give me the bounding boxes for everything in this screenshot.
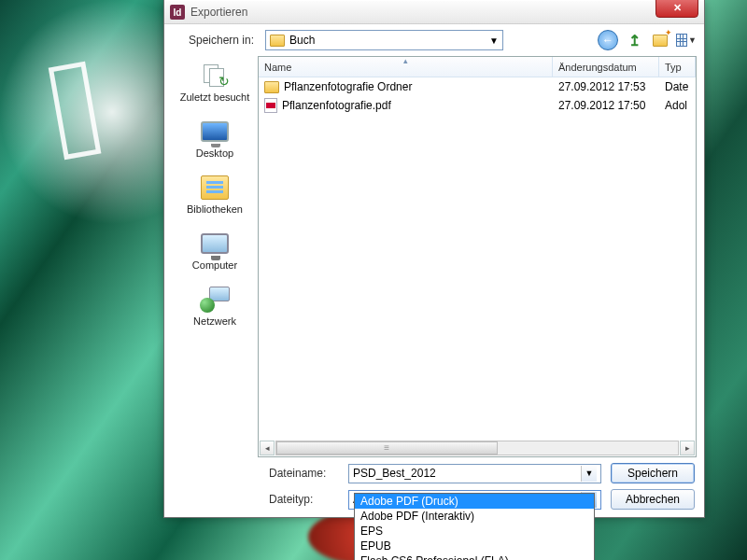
folder-icon bbox=[270, 35, 285, 47]
file-list: Pflanzenfotografie Ordner27.09.2012 17:5… bbox=[259, 77, 696, 440]
titlebar: Id Exportieren bbox=[164, 0, 704, 24]
place-label: Netzwerk bbox=[193, 315, 236, 327]
horizontal-scrollbar[interactable]: ◂ ▸ bbox=[259, 440, 696, 456]
file-row[interactable]: Pflanzenfotografie.pdf27.09.2012 17:50Ad… bbox=[259, 96, 696, 115]
close-button[interactable] bbox=[655, 0, 698, 18]
place-libraries[interactable]: Bibliotheken bbox=[187, 174, 243, 215]
new-folder-button[interactable] bbox=[650, 30, 670, 50]
file-type: Adol bbox=[659, 99, 696, 112]
scroll-left-button[interactable]: ◂ bbox=[260, 441, 275, 455]
filetype-option[interactable]: EPUB bbox=[355, 539, 594, 553]
place-label: Bibliotheken bbox=[187, 203, 243, 215]
file-name: Pflanzenfotografie Ordner bbox=[284, 80, 412, 93]
save-button[interactable]: Speichern bbox=[611, 463, 695, 483]
save-in-value: Buch bbox=[289, 34, 315, 47]
file-name: Pflanzenfotografie.pdf bbox=[282, 99, 391, 112]
scroll-right-button[interactable]: ▸ bbox=[680, 441, 695, 455]
file-date: 27.09.2012 17:53 bbox=[553, 80, 659, 93]
recent-places-icon: ↻ bbox=[200, 63, 230, 89]
window-title: Exportieren bbox=[190, 6, 247, 19]
network-icon bbox=[200, 287, 230, 313]
place-label: Zuletzt besucht bbox=[180, 91, 250, 103]
pdf-file-icon bbox=[264, 98, 277, 113]
scrollbar-track[interactable] bbox=[275, 441, 679, 455]
filetype-dropdown-list: Adobe PDF (Druck)Adobe PDF (Interaktiv)E… bbox=[354, 493, 595, 560]
place-computer[interactable]: Computer bbox=[192, 230, 237, 271]
place-label: Desktop bbox=[196, 147, 233, 159]
filetype-option[interactable]: Adobe PDF (Druck) bbox=[355, 494, 594, 509]
folder-icon bbox=[264, 81, 279, 93]
column-header-label: Name bbox=[264, 62, 291, 73]
filename-combobox[interactable]: PSD_Best_2012 ▼ bbox=[348, 464, 601, 483]
places-sidebar: ↻ Zuletzt besucht Desktop Bibliotheken C… bbox=[172, 56, 258, 457]
file-date: 27.09.2012 17:50 bbox=[553, 99, 659, 112]
save-in-label: Speichern in: bbox=[172, 34, 258, 47]
file-type: Date bbox=[659, 80, 696, 93]
column-header-label: Typ bbox=[665, 62, 682, 73]
file-row[interactable]: Pflanzenfotografie Ordner27.09.2012 17:5… bbox=[259, 77, 696, 96]
libraries-icon bbox=[201, 175, 229, 200]
desktop-icon bbox=[201, 121, 229, 142]
indesign-app-icon: Id bbox=[170, 5, 185, 20]
up-one-level-button[interactable] bbox=[624, 30, 644, 50]
filename-value: PSD_Best_2012 bbox=[353, 467, 436, 480]
column-header-date[interactable]: Änderungsdatum bbox=[553, 57, 659, 77]
place-recent[interactable]: ↻ Zuletzt besucht bbox=[180, 62, 250, 103]
filetype-label: Dateityp: bbox=[269, 493, 339, 506]
chevron-down-icon: ▼ bbox=[581, 466, 597, 482]
back-button[interactable] bbox=[598, 30, 618, 50]
place-label: Computer bbox=[192, 259, 237, 271]
column-header-label: Änderungsdatum bbox=[558, 62, 637, 73]
file-list-pane: Name ▴ Änderungsdatum Typ Pflanzenfotogr… bbox=[258, 56, 697, 457]
place-network[interactable]: Netzwerk bbox=[193, 286, 236, 327]
column-header-type[interactable]: Typ bbox=[659, 57, 696, 77]
location-toolbar: Speichern in: Buch ▼ ▼ bbox=[164, 24, 704, 56]
export-dialog: Id Exportieren Speichern in: Buch ▼ ▼ ↻ … bbox=[163, 0, 705, 518]
view-menu-button[interactable]: ▼ bbox=[676, 30, 697, 50]
desktop-wallpaper-butterfly: 𓆩 bbox=[37, 25, 116, 193]
save-in-combobox[interactable]: Buch ▼ bbox=[265, 30, 503, 50]
column-headers: Name ▴ Änderungsdatum Typ bbox=[259, 57, 696, 77]
sort-ascending-icon: ▴ bbox=[403, 56, 408, 65]
filetype-option[interactable]: EPS bbox=[355, 524, 594, 539]
column-header-name[interactable]: Name ▴ bbox=[259, 57, 553, 77]
filetype-option[interactable]: Adobe PDF (Interaktiv) bbox=[355, 509, 594, 524]
filetype-option[interactable]: Flash CS6 Professional (FLA) bbox=[355, 553, 594, 560]
place-desktop[interactable]: Desktop bbox=[196, 118, 233, 159]
computer-icon bbox=[201, 233, 229, 254]
filename-label: Dateiname: bbox=[269, 467, 339, 480]
chevron-down-icon: ▼ bbox=[489, 35, 499, 46]
scrollbar-thumb[interactable] bbox=[276, 441, 498, 455]
cancel-button[interactable]: Abbrechen bbox=[611, 489, 695, 510]
